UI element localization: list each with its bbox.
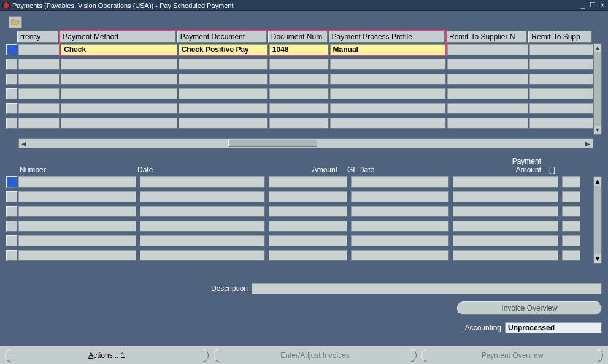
cell[interactable] — [179, 59, 268, 70]
cell[interactable] — [179, 118, 268, 129]
cell[interactable]: Check — [61, 44, 177, 55]
hscroll-thumb[interactable] — [228, 140, 317, 147]
column-header[interactable]: Payment Document — [177, 31, 267, 43]
cell[interactable] — [269, 59, 329, 70]
cell[interactable] — [18, 103, 60, 114]
accounting-field[interactable]: Unprocessed — [505, 322, 602, 333]
cell[interactable] — [269, 191, 347, 202]
cell[interactable] — [453, 191, 558, 202]
cell[interactable] — [179, 74, 268, 85]
cell[interactable] — [447, 88, 528, 99]
scroll-thumb[interactable] — [594, 186, 601, 254]
row-selector[interactable] — [6, 103, 17, 114]
cell[interactable]: Manual — [330, 44, 446, 55]
cell[interactable]: Check Positive Pay — [179, 44, 268, 55]
payment-overview-button[interactable]: Payment Overview — [421, 349, 603, 362]
cell[interactable] — [61, 74, 177, 85]
column-header[interactable]: Document Num — [268, 31, 328, 43]
enter-adjust-invoices-button[interactable]: Enter/Adjust Invoices — [214, 349, 417, 362]
cell[interactable] — [529, 59, 593, 70]
cell[interactable] — [447, 59, 528, 70]
cell[interactable] — [140, 235, 265, 246]
description-input[interactable] — [252, 283, 602, 294]
cell[interactable] — [351, 176, 449, 188]
close-icon[interactable]: × — [598, 1, 607, 10]
cell[interactable] — [447, 44, 528, 55]
cell[interactable] — [330, 59, 446, 70]
cell[interactable] — [269, 88, 329, 99]
cell[interactable] — [140, 191, 265, 202]
cell[interactable] — [18, 206, 136, 217]
cell[interactable] — [140, 250, 265, 261]
table-row[interactable] — [6, 118, 593, 129]
cell[interactable] — [351, 235, 449, 246]
row-selector[interactable] — [6, 206, 17, 217]
cell[interactable] — [562, 206, 580, 217]
cell[interactable] — [269, 206, 347, 217]
cell[interactable] — [179, 88, 268, 99]
scroll-down-icon[interactable]: ▼ — [594, 254, 601, 263]
cell[interactable] — [61, 103, 177, 114]
details-vscroll[interactable]: ▲ ▼ — [593, 176, 602, 264]
cell[interactable] — [529, 44, 593, 55]
row-selector[interactable] — [6, 74, 17, 85]
cell[interactable] — [562, 221, 580, 232]
cell[interactable] — [61, 88, 177, 99]
cell[interactable] — [351, 250, 449, 261]
column-header[interactable]: Payment Method — [60, 31, 175, 43]
scroll-up-icon[interactable]: ▲ — [594, 177, 601, 186]
cell[interactable] — [18, 221, 136, 232]
table-row[interactable] — [6, 59, 593, 70]
cell[interactable] — [140, 221, 265, 232]
cell[interactable] — [140, 176, 265, 188]
column-header[interactable]: rrency — [17, 31, 58, 43]
cell[interactable] — [351, 221, 449, 232]
row-selector[interactable] — [6, 59, 17, 70]
cell[interactable] — [18, 74, 60, 85]
cell[interactable] — [18, 250, 136, 261]
table-row[interactable] — [6, 206, 602, 217]
cell[interactable] — [179, 103, 268, 114]
cell[interactable] — [529, 118, 593, 129]
table-row[interactable] — [6, 88, 593, 99]
row-selector[interactable] — [6, 44, 17, 55]
cell[interactable] — [447, 74, 528, 85]
scroll-down-icon[interactable]: ▼ — [594, 126, 601, 134]
cell[interactable] — [330, 118, 446, 129]
cell[interactable] — [453, 235, 558, 246]
table-row[interactable] — [6, 191, 602, 202]
table-row[interactable]: CheckCheck Positive Pay1048Manual — [6, 44, 593, 55]
row-selector[interactable] — [6, 118, 17, 129]
cell[interactable] — [140, 206, 265, 217]
cell[interactable] — [18, 88, 60, 99]
table-row[interactable] — [6, 250, 602, 261]
scroll-left-icon[interactable]: ◀ — [19, 139, 29, 148]
row-selector[interactable] — [6, 235, 17, 246]
table-row[interactable] — [6, 235, 602, 246]
cell[interactable] — [529, 103, 593, 114]
cell[interactable] — [529, 74, 593, 85]
cell[interactable]: 1048 — [269, 44, 329, 55]
row-selector[interactable] — [6, 88, 17, 99]
row-selector[interactable] — [6, 250, 17, 261]
cell[interactable] — [269, 74, 329, 85]
cell[interactable] — [529, 88, 593, 99]
scroll-up-icon[interactable]: ▲ — [594, 44, 601, 52]
cell[interactable] — [18, 118, 60, 129]
row-selector[interactable] — [6, 191, 17, 202]
cell[interactable] — [330, 103, 446, 114]
open-folder-button[interactable] — [9, 16, 22, 28]
hscroll-track[interactable] — [29, 140, 583, 147]
cell[interactable] — [269, 235, 347, 246]
actions-button[interactable]: Actions... 1 — [5, 349, 209, 362]
cell[interactable] — [269, 103, 329, 114]
cell[interactable] — [61, 59, 177, 70]
table-row[interactable] — [6, 103, 593, 114]
table-row[interactable] — [6, 221, 602, 232]
cell[interactable] — [269, 176, 347, 188]
cell[interactable] — [562, 235, 580, 246]
cell[interactable] — [562, 191, 580, 202]
cell[interactable] — [562, 176, 580, 188]
cell[interactable] — [269, 250, 347, 261]
cell[interactable] — [453, 250, 558, 261]
